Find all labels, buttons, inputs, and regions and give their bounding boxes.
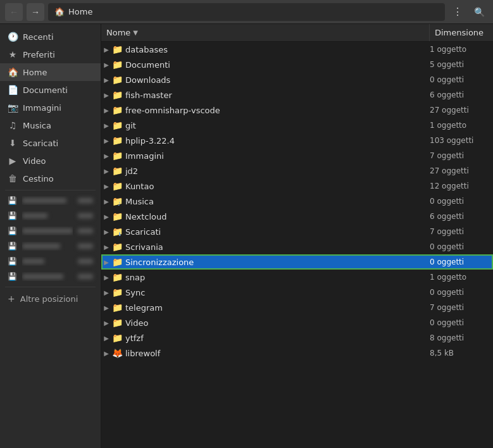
expand-arrow-icon[interactable]: ▶ [101,92,111,99]
file-row[interactable]: ▶🦊librewolf8,5 kB [101,345,493,361]
drive-icon-6: 💾 [8,272,17,281]
sidebar-item-recenti[interactable]: 🕐 Recenti [0,28,101,46]
sidebar-label-preferiti: Preferiti [23,50,55,59]
file-row[interactable]: ▶📁hplip-3.22.4103 oggetti [101,133,493,148]
expand-arrow-icon[interactable]: ▶ [101,152,111,159]
file-row[interactable]: ▶📁jd227 oggetti [101,163,493,178]
drive-icon-4: 💾 [8,242,17,251]
sidebar-device-3[interactable]: 💾 [0,223,101,239]
file-size: 0 oggetti [430,75,493,84]
sidebar-item-scaricati[interactable]: ⬇ Scaricati [0,134,101,152]
sidebar-device-4[interactable]: 💾 [0,239,101,254]
expand-arrow-icon[interactable]: ▶ [101,77,111,84]
drive-icon-3: 💾 [8,227,17,235]
file-name: Kuntao [123,182,430,191]
file-row[interactable]: ▶📁free-omnisharp-vscode27 oggetti [101,103,493,118]
file-icon: 📁 [111,333,123,343]
sidebar-add-locations[interactable]: + Altre posizioni [0,290,101,308]
file-name: fish-master [123,90,430,100]
device-size-6 [78,274,93,279]
device-size-3 [78,228,93,233]
expand-arrow-icon[interactable]: ▶ [101,320,111,327]
expand-arrow-icon[interactable]: ▶ [101,46,111,53]
file-row[interactable]: ▶📁⬇Scaricati7 oggetti [101,224,493,239]
sidebar-label-documenti: Documenti [23,85,68,95]
expand-arrow-icon[interactable]: ▶ [101,107,111,114]
file-name: telegram [123,303,430,313]
expand-arrow-icon[interactable]: ▶ [101,274,111,281]
file-row[interactable]: ▶📁Immagini7 oggetti [101,148,493,163]
expand-arrow-icon[interactable]: ▶ [101,198,111,205]
sidebar-item-video[interactable]: ▶ Video [0,152,101,170]
sidebar-add-label: Altre posizioni [20,294,78,304]
file-row[interactable]: ▶📁snap1 oggetto [101,270,493,285]
file-size: 27 oggetti [430,106,493,115]
sidebar-item-immagini[interactable]: 📷 Immagini [0,99,101,116]
file-name: Downloads [123,75,430,85]
col-size-header[interactable]: Dimensione [430,24,493,41]
device-label-1 [22,196,73,205]
expand-arrow-icon[interactable]: ▶ [101,168,111,175]
expand-arrow-icon[interactable]: ▶ [101,122,111,129]
file-row[interactable]: ▶📁Documenti5 oggetti [101,57,493,72]
col-name-header[interactable]: Nome ▼ [101,24,430,41]
file-row[interactable]: ▶📁Video0 oggetti [101,315,493,330]
back-button[interactable]: ← [5,3,23,21]
file-row[interactable]: ▶📁telegram7 oggetti [101,300,493,315]
file-row[interactable]: ▶📁Sync0 oggetti [101,285,493,300]
file-row[interactable]: ▶📁Kuntao12 oggetti [101,178,493,194]
file-name: ytfzf [123,333,430,343]
sidebar-device-6[interactable]: 💾 [0,269,101,284]
file-row[interactable]: ▶📁databases1 oggetto [101,42,493,57]
file-icon: 📁 [111,287,123,297]
expand-arrow-icon[interactable]: ▶ [101,244,111,251]
sidebar-label-immagini: Immagini [23,103,61,113]
file-row[interactable]: ▶📁Scrivania0 oggetti [101,239,493,254]
expand-arrow-icon[interactable]: ▶ [101,213,111,220]
file-icon: 📁 [111,135,123,146]
file-name: hplip-3.22.4 [123,136,430,146]
file-size: 0 oggetti [430,197,493,206]
sidebar-item-documenti[interactable]: 📄 Documenti [0,81,101,99]
sidebar-device-1[interactable]: 💾 [0,193,101,208]
file-size: 103 oggetti [430,136,493,145]
file-size: 7 oggetti [430,303,493,312]
file-row[interactable]: ▶📁git1 oggetto [101,118,493,133]
expand-arrow-icon[interactable]: ▶ [101,350,111,357]
expand-arrow-icon[interactable]: ▶ [101,259,111,266]
sort-arrow-icon: ▼ [133,29,138,36]
search-button[interactable]: 🔍 [470,3,488,21]
expand-arrow-icon[interactable]: ▶ [101,289,111,296]
expand-arrow-icon[interactable]: ▶ [101,228,111,235]
expand-arrow-icon[interactable]: ▶ [101,304,111,311]
device-label-2 [22,211,73,220]
menu-button[interactable]: ⋮ [449,3,466,21]
file-size: 12 oggetti [430,182,493,190]
sidebar-label-musica: Musica [23,121,51,130]
expand-arrow-icon[interactable]: ▶ [101,335,111,342]
device-name-blur-5 [22,259,44,264]
file-name: jd2 [123,166,430,176]
file-size: 8,5 kB [430,349,493,358]
col-name-label: Nome [106,28,130,37]
device-name-blur-6 [22,274,63,279]
file-row[interactable]: ▶📁Nextcloud6 oggetti [101,209,493,224]
file-row[interactable]: ▶📁Downloads0 oggetti [101,72,493,87]
sidebar-device-2[interactable]: 💾 [0,208,101,223]
expand-arrow-icon[interactable]: ▶ [101,61,111,68]
sidebar-device-5[interactable]: 💾 [0,254,101,269]
file-row[interactable]: ▶📁fish-master6 oggetti [101,87,493,103]
sidebar-item-home[interactable]: 🏠 Home [0,63,101,81]
sidebar-item-cestino[interactable]: 🗑 Cestino [0,170,101,187]
expand-arrow-icon[interactable]: ▶ [101,183,111,190]
file-name: Sincronizzazione [123,258,430,267]
plus-icon: + [8,294,15,304]
sidebar-item-musica[interactable]: ♫ Musica [0,116,101,134]
sidebar-item-preferiti[interactable]: ★ Preferiti [0,46,101,63]
expand-arrow-icon[interactable]: ▶ [101,137,111,144]
file-row[interactable]: ▶📁Sincronizzazione0 oggetti [101,254,493,270]
file-row[interactable]: ▶📁ytfzf8 oggetti [101,330,493,345]
file-row[interactable]: ▶📁♪Musica0 oggetti [101,194,493,209]
forward-button[interactable]: → [27,3,44,21]
file-size: 5 oggetti [430,60,493,69]
